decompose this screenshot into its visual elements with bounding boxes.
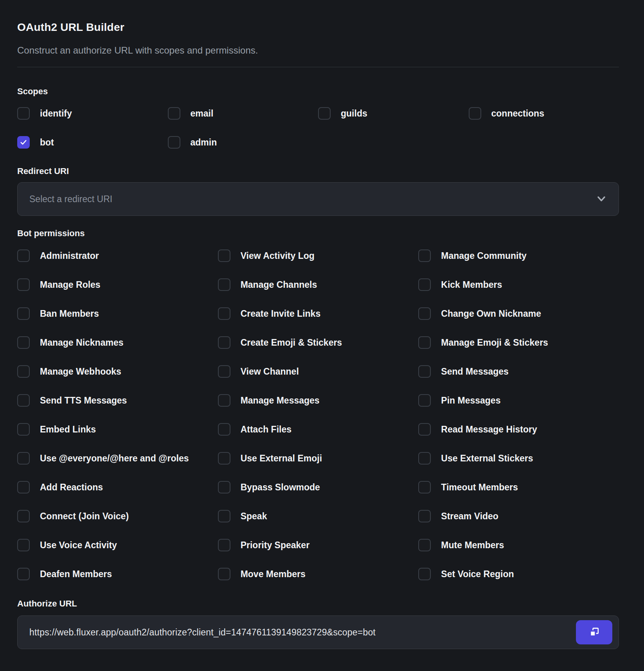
bot-permissions-list: Administrator View Activity Log Manage C [17, 241, 619, 588]
permission-option-embed-links[interactable]: Embed Links [17, 415, 218, 444]
permission-option-use-everyone-here-and-roles[interactable]: Use @everyone/@here and @roles [17, 444, 218, 473]
permission-checkbox[interactable] [418, 249, 431, 262]
permission-option-manage-community[interactable]: Manage Community [418, 241, 619, 270]
permission-checkbox[interactable] [17, 365, 30, 378]
permission-option-connect-join-voice[interactable]: Connect (Join Voice) [17, 502, 218, 531]
permission-checkbox[interactable] [418, 539, 431, 551]
permission-checkbox[interactable] [418, 568, 431, 580]
permission-checkbox[interactable] [218, 510, 230, 522]
permission-option-set-voice-region[interactable]: Set Voice Region [418, 560, 619, 588]
permission-option-read-message-history[interactable]: Read Message History [418, 415, 619, 444]
permission-checkbox[interactable] [218, 394, 230, 407]
permission-option-create-invite-links[interactable]: Create Invite Links [218, 299, 419, 328]
scope-checkbox[interactable] [168, 107, 180, 120]
permission-checkbox[interactable] [218, 423, 230, 436]
permission-checkbox[interactable] [218, 307, 230, 320]
permission-option-manage-emoji-stickers[interactable]: Manage Emoji & Stickers [418, 328, 619, 357]
permission-checkbox[interactable] [418, 336, 431, 349]
scope-checkbox[interactable] [17, 107, 30, 120]
permission-option-view-activity-log[interactable]: View Activity Log [218, 241, 419, 270]
scope-checkbox[interactable] [17, 136, 30, 149]
permission-checkbox[interactable] [418, 278, 431, 291]
permission-checkbox[interactable] [218, 539, 230, 551]
permission-checkbox[interactable] [17, 394, 30, 407]
permission-option-priority-speaker[interactable]: Priority Speaker [218, 531, 419, 560]
permission-checkbox[interactable] [418, 307, 431, 320]
permission-option-pin-messages[interactable]: Pin Messages [418, 386, 619, 415]
permission-checkbox[interactable] [418, 365, 431, 378]
permission-checkbox[interactable] [418, 452, 431, 465]
permission-option-manage-messages[interactable]: Manage Messages [218, 386, 419, 415]
permission-option-manage-nicknames[interactable]: Manage Nicknames [17, 328, 218, 357]
permission-checkbox[interactable] [218, 452, 230, 465]
permission-option-use-external-stickers[interactable]: Use External Stickers [418, 444, 619, 473]
permission-option-create-emoji-stickers[interactable]: Create Emoji & Stickers [218, 328, 419, 357]
permission-option-deafen-members[interactable]: Deafen Members [17, 560, 218, 588]
redirect-uri-select[interactable]: Select a redirect URI [17, 182, 619, 216]
permission-option-view-channel[interactable]: View Channel [218, 357, 419, 386]
permission-option-bypass-slowmode[interactable]: Bypass Slowmode [218, 473, 419, 502]
scopes-heading: Scopes [17, 87, 619, 96]
permission-checkbox[interactable] [17, 278, 30, 291]
scope-option-label: guilds [341, 108, 367, 119]
scope-option-bot[interactable]: bot [17, 128, 168, 157]
permission-checkbox[interactable] [218, 336, 230, 349]
permission-option-label: Manage Nicknames [40, 337, 123, 348]
permission-option-change-own-nickname[interactable]: Change Own Nickname [418, 299, 619, 328]
permission-option-administrator[interactable]: Administrator [17, 241, 218, 270]
permission-checkbox[interactable] [218, 249, 230, 262]
permission-option-ban-members[interactable]: Ban Members [17, 299, 218, 328]
permission-checkbox[interactable] [17, 336, 30, 349]
permission-checkbox[interactable] [418, 394, 431, 407]
permission-checkbox[interactable] [418, 481, 431, 493]
permission-option-timeout-members[interactable]: Timeout Members [418, 473, 619, 502]
scope-checkbox[interactable] [469, 107, 481, 120]
permission-option-use-external-emoji[interactable]: Use External Emoji [218, 444, 419, 473]
permission-checkbox[interactable] [17, 539, 30, 551]
permission-checkbox[interactable] [218, 481, 230, 493]
copy-button[interactable] [576, 620, 612, 644]
permission-checkbox[interactable] [17, 423, 30, 436]
permission-option-label: Use @everyone/@here and @roles [40, 453, 189, 464]
permission-checkbox[interactable] [418, 423, 431, 436]
scope-option-identify[interactable]: identify [17, 99, 168, 128]
permission-checkbox[interactable] [17, 510, 30, 522]
permission-checkbox[interactable] [418, 510, 431, 522]
scope-checkbox[interactable] [168, 136, 180, 149]
permission-option-kick-members[interactable]: Kick Members [418, 270, 619, 299]
permission-option-manage-roles[interactable]: Manage Roles [17, 270, 218, 299]
authorize-url-value[interactable]: https://web.fluxer.app/oauth2/authorize?… [29, 627, 376, 638]
permission-option-mute-members[interactable]: Mute Members [418, 531, 619, 560]
permission-option-move-members[interactable]: Move Members [218, 560, 419, 588]
page-title: OAuth2 URL Builder [17, 0, 619, 33]
permission-checkbox[interactable] [218, 365, 230, 378]
permission-option-label: View Activity Log [241, 251, 315, 261]
permission-checkbox[interactable] [17, 452, 30, 465]
scope-option-email[interactable]: email [168, 99, 318, 128]
chevron-down-icon [596, 195, 607, 203]
permission-option-label: Manage Emoji & Stickers [441, 337, 548, 348]
permission-option-attach-files[interactable]: Attach Files [218, 415, 419, 444]
redirect-uri-placeholder: Select a redirect URI [29, 194, 112, 205]
permission-option-send-messages[interactable]: Send Messages [418, 357, 619, 386]
permission-option-speak[interactable]: Speak [218, 502, 419, 531]
permission-checkbox[interactable] [218, 568, 230, 580]
permission-checkbox[interactable] [17, 249, 30, 262]
permission-checkbox[interactable] [17, 568, 30, 580]
permission-option-use-voice-activity[interactable]: Use Voice Activity [17, 531, 218, 560]
permission-option-add-reactions[interactable]: Add Reactions [17, 473, 218, 502]
scope-option-guilds[interactable]: guilds [318, 99, 469, 128]
permission-option-label: Attach Files [241, 424, 291, 435]
permission-option-send-tts-messages[interactable]: Send TTS Messages [17, 386, 218, 415]
permission-option-manage-channels[interactable]: Manage Channels [218, 270, 419, 299]
scope-option-admin[interactable]: admin [168, 128, 318, 157]
permission-option-manage-webhooks[interactable]: Manage Webhooks [17, 357, 218, 386]
scope-option-connections[interactable]: connections [469, 99, 619, 128]
permission-checkbox[interactable] [17, 481, 30, 493]
permission-option-label: Embed Links [40, 424, 96, 435]
permission-option-stream-video[interactable]: Stream Video [418, 502, 619, 531]
scope-checkbox[interactable] [318, 107, 331, 120]
permission-checkbox[interactable] [17, 307, 30, 320]
permission-option-label: Kick Members [441, 280, 502, 290]
permission-checkbox[interactable] [218, 278, 230, 291]
